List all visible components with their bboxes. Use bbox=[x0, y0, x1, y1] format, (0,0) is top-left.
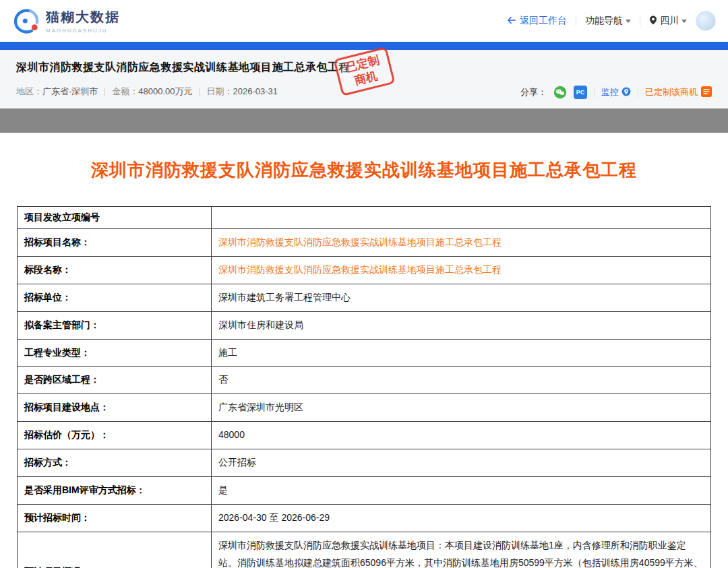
table-row: 招标项目名称：深圳市消防救援支队消防应急救援实战训练基地项目施工总承包工程 bbox=[18, 229, 711, 257]
region-label: 四川 bbox=[660, 15, 679, 27]
project-table: 项目发改立项编号招标项目名称：深圳市消防救援支队消防应急救援实战训练基地项目施工… bbox=[17, 206, 711, 568]
project-table-body: 项目发改立项编号招标项目名称：深圳市消防救援支队消防应急救援实战训练基地项目施工… bbox=[18, 207, 711, 568]
customized-icon bbox=[701, 86, 712, 99]
logo[interactable]: 猫糊大数据 MAOHUDASHUJU bbox=[12, 7, 120, 35]
table-row: 是否跨区域工程：否 bbox=[18, 367, 711, 394]
row-value: 是 bbox=[212, 477, 711, 505]
header-nav: 返回工作台 功能导航 四川 bbox=[507, 11, 716, 31]
customized-label: 已定制该商机 bbox=[645, 86, 698, 98]
row-value: 施工 bbox=[212, 339, 711, 367]
table-row: 项目发改立项编号 bbox=[18, 207, 711, 229]
pc-share-icon[interactable]: PC bbox=[574, 86, 587, 99]
row-label: 是否采用BIM评审方式招标： bbox=[18, 477, 212, 505]
region-selector[interactable]: 四川 bbox=[649, 15, 687, 27]
detail-page-title: 深圳市消防救援支队消防应急救援实战训练基地项目施工总承包工程 bbox=[17, 158, 711, 182]
meta-item-date: 日期：2026-03-31 bbox=[207, 86, 278, 98]
nav-divider bbox=[576, 15, 576, 26]
customized-status[interactable]: 已定制该商机 bbox=[645, 86, 712, 99]
logo-subtitle: MAOHUDASHUJU bbox=[46, 28, 120, 34]
monitor-label: 监控 bbox=[601, 86, 619, 98]
share-divider bbox=[594, 87, 595, 98]
row-label: 标段名称： bbox=[18, 256, 212, 284]
wechat-share-icon[interactable] bbox=[553, 86, 567, 99]
back-arrow-icon bbox=[507, 15, 516, 27]
row-label: 招标项目建设地点： bbox=[18, 394, 212, 422]
row-label: 项目发改立项编号 bbox=[18, 207, 212, 229]
table-row: 预计招标时间：2026-04-30 至 2026-06-29 bbox=[18, 504, 711, 532]
back-link-label: 返回工作台 bbox=[520, 15, 567, 27]
nav-divider bbox=[640, 15, 640, 26]
share-label: 分享： bbox=[520, 86, 547, 98]
features-menu-label: 功能导航 bbox=[585, 15, 623, 27]
row-value-link[interactable]: 深圳市消防救援支队消防应急救援实战训练基地项目施工总承包工程 bbox=[212, 229, 711, 257]
row-value: 公开招标 bbox=[212, 449, 711, 477]
row-label: 是否跨区域工程： bbox=[18, 367, 212, 394]
back-to-workbench-link[interactable]: 返回工作台 bbox=[507, 15, 567, 27]
logo-icon bbox=[12, 7, 40, 35]
row-label: 招标方式： bbox=[18, 449, 212, 477]
row-value: 深圳市住房和建设局 bbox=[212, 311, 711, 339]
share-bar: 分享： PC 监控 已定制该商机 bbox=[520, 86, 712, 99]
table-row: 招标单位：深圳市建筑工务署工程管理中心 bbox=[18, 284, 711, 311]
detail-content: 深圳市消防救援支队消防应急救援实战训练基地项目施工总承包工程 项目发改立项编号招… bbox=[0, 133, 728, 568]
row-value bbox=[212, 207, 711, 229]
table-row: 是否采用BIM评审方式招标：是 bbox=[18, 477, 711, 505]
table-row: 拟备案主管部门：深圳市住房和建设局 bbox=[18, 311, 711, 339]
row-value: 深圳市消防救援支队消防应急救援实战训练基地项目：本项目建设消防训练基地1座，内含… bbox=[212, 532, 711, 568]
row-value: 深圳市建筑工务署工程管理中心 bbox=[212, 284, 711, 311]
row-value-link[interactable]: 深圳市消防救援支队消防应急救援实战训练基地项目施工总承包工程 bbox=[212, 256, 711, 284]
row-label: 拟备案主管部门： bbox=[18, 311, 212, 339]
row-value: 否 bbox=[212, 367, 711, 394]
meta-divider bbox=[104, 88, 105, 96]
row-label: 招标估价（万元）： bbox=[18, 422, 212, 449]
logo-title: 猫糊大数据 bbox=[46, 8, 120, 26]
row-label: 工程专业类型： bbox=[18, 339, 212, 367]
share-divider bbox=[638, 87, 638, 98]
row-label: 招标单位： bbox=[18, 284, 212, 311]
top-header: 猫糊大数据 MAOHUDASHUJU 返回工作台 功能导航 四川 bbox=[0, 0, 728, 42]
row-label: 预计招标时间： bbox=[18, 504, 212, 532]
avatar[interactable] bbox=[696, 11, 716, 31]
meta-item-region: 地区：广东省-深圳市 bbox=[16, 86, 98, 98]
table-row: 招标估价（万元）：48000 bbox=[18, 422, 711, 449]
table-row: 标段名称：深圳市消防救援支队消防应急救援实战训练基地项目施工总承包工程 bbox=[18, 256, 711, 284]
table-row: 预计项目概况：深圳市消防救援支队消防应急救援实战训练基地项目：本项目建设消防训练… bbox=[18, 532, 711, 568]
table-row: 招标方式：公开招标 bbox=[18, 449, 711, 477]
monitor-link[interactable]: 监控 bbox=[601, 86, 631, 98]
section-separator bbox=[0, 108, 728, 133]
project-hero: 深圳市消防救援支队消防应急救援实战训练基地项目施工总承包工程 已定制 商机 地区… bbox=[0, 50, 728, 108]
features-menu[interactable]: 功能导航 bbox=[585, 15, 631, 27]
meta-item-amount: 金额：48000.00万元 bbox=[112, 86, 192, 98]
table-row: 工程专业类型：施工 bbox=[18, 339, 711, 367]
row-value: 48000 bbox=[212, 422, 711, 449]
accent-bar bbox=[0, 42, 728, 50]
chevron-down-icon bbox=[681, 20, 687, 23]
location-pin-icon bbox=[649, 15, 657, 27]
row-label: 招标项目名称： bbox=[18, 229, 212, 257]
chevron-down-icon bbox=[626, 20, 631, 23]
table-row: 招标项目建设地点：广东省深圳市光明区 bbox=[18, 394, 711, 422]
row-label: 预计项目概况： bbox=[18, 532, 212, 568]
monitor-pin-icon bbox=[621, 87, 631, 98]
row-value: 2026-04-30 至 2026-06-29 bbox=[212, 504, 711, 532]
meta-divider bbox=[200, 88, 200, 96]
row-value: 广东省深圳市光明区 bbox=[212, 394, 711, 422]
